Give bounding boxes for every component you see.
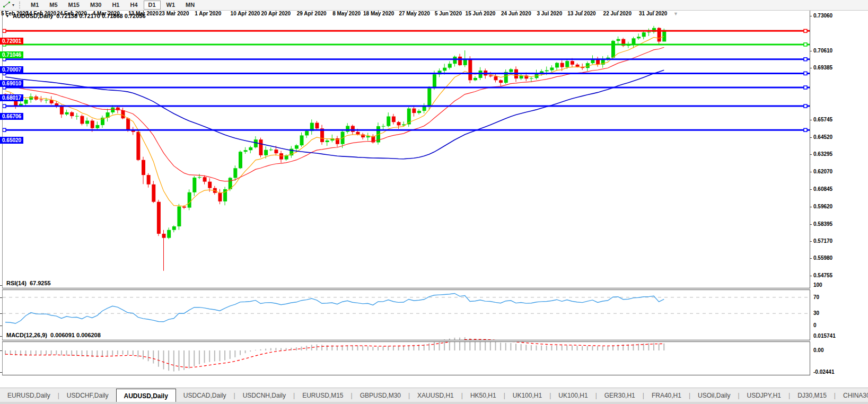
rsi-value: 67.9255 — [30, 280, 51, 286]
price-tick-0.58395: 0.58395 — [813, 221, 832, 227]
date-label-40: 1 Apr 2020 — [195, 11, 221, 16]
timeframe-button-m15[interactable]: M15 — [64, 1, 84, 10]
price-tag-0.69010: 0.69010 — [0, 80, 23, 87]
price-tick-0.64520: 0.64520 — [813, 134, 832, 140]
price-tickmark — [810, 51, 812, 51]
date-tickmark — [654, 11, 654, 12]
macd-value: 0.006091 0.006208 — [50, 332, 101, 338]
price-tag-0.68017: 0.68017 — [0, 94, 23, 101]
chart-shift-marker[interactable]: ▼ — [673, 11, 678, 16]
rsi-macd-separator[interactable] — [2, 340, 810, 342]
macd-tickmark — [0, 350, 2, 351]
price-tickmark — [810, 137, 812, 138]
price-tickmark — [810, 172, 812, 172]
date-label-73: 18 May 2020 — [363, 11, 394, 16]
chart-tab-china300-h4[interactable]: CHINA300,H4 — [836, 388, 868, 402]
date-tickmark — [582, 11, 583, 12]
chart-tab-hk50-h1[interactable]: HK50,H1 — [463, 388, 504, 402]
chart-tab-audusd-daily[interactable]: AUDUSD,Daily — [116, 389, 176, 402]
macd-tick--0.02441: -0.02441 — [813, 369, 834, 375]
date-label-67: 8 May 2020 — [332, 11, 361, 16]
price-tickmark — [810, 258, 812, 259]
price-tick-0.57170: 0.57170 — [813, 238, 832, 244]
price-tick-0.60845: 0.60845 — [813, 186, 832, 192]
price-tag-0.66706: 0.66706 — [0, 113, 23, 120]
macd-tickmark — [0, 372, 2, 373]
chart-tab-usdcnh-daily[interactable]: USDCNH,Daily — [235, 388, 293, 402]
price-tickmark — [810, 16, 812, 16]
chart-tab-usdcad-daily[interactable]: USDCAD,Daily — [176, 388, 234, 402]
date-tickmark — [516, 11, 516, 12]
timeframe-button-w1[interactable]: W1 — [162, 1, 180, 10]
date-tickmark — [378, 11, 379, 12]
date-tickmark — [143, 11, 144, 12]
line-studies-icon — [3, 1, 11, 10]
rsi-tickmark — [0, 313, 2, 314]
date-tickmark — [312, 11, 312, 12]
timeframe-button-h1[interactable]: H1 — [107, 1, 124, 10]
chart-tab-dj30-m15[interactable]: DJ30,M15 — [790, 388, 834, 402]
chart-tab-eurusd-daily[interactable]: EURUSD,Daily — [0, 388, 58, 402]
dropdown-caret-icon: ▾ — [12, 3, 14, 7]
macd-tick-0.00: 0.00 — [813, 347, 823, 353]
chart-tab-usdjpy-h1[interactable]: USDJPY,H1 — [740, 388, 788, 402]
chart-tab-uk100-h1[interactable]: UK100,H1 — [505, 388, 549, 402]
rsi-tickmark — [0, 285, 2, 286]
price-tag-0.65020: 0.65020 — [0, 137, 23, 144]
price-tickmark — [810, 68, 812, 68]
date-tickmark — [174, 11, 174, 12]
price-tick-0.55980: 0.55980 — [813, 255, 832, 261]
macd-name: MACD(12,26,9) — [6, 332, 47, 338]
timeframe-button-d1[interactable]: D1 — [144, 1, 161, 10]
chart-tab-eurusd-m15[interactable]: EURUSD,M15 — [295, 388, 350, 402]
macd-tick-0.015741: 0.015741 — [813, 333, 836, 339]
chart-tab-uk100-h1[interactable]: UK100,H1 — [551, 388, 595, 402]
mt4-terminal: ▾ M1M5M15M30H1H4D1W1MN ▼ AUDUSD,Daily 0.… — [0, 0, 868, 404]
line-studies-button[interactable]: ▾ — [1, 0, 16, 11]
price-tick-0.70610: 0.70610 — [813, 48, 832, 54]
price-tickmark — [810, 241, 812, 242]
moving-average-ema21 — [5, 47, 664, 181]
price-tickmark — [810, 224, 812, 225]
price-tag-0.70007: 0.70007 — [0, 66, 23, 73]
candlesticks — [4, 26, 666, 271]
price-tickmark — [810, 154, 812, 155]
chart-tab-fra40-h1[interactable]: FRA40,H1 — [644, 388, 689, 402]
chart-tab-gbpusd-m30[interactable]: GBPUSD,M30 — [353, 388, 408, 402]
date-tickmark — [480, 11, 481, 12]
timeframe-button-m5[interactable]: M5 — [45, 1, 62, 10]
date-label-80: 27 May 2020 — [399, 11, 429, 16]
date-tickmark — [347, 11, 348, 12]
price-tick-0.54755: 0.54755 — [813, 273, 832, 278]
chart-tab-ger30-h1[interactable]: GER30,H1 — [597, 388, 643, 402]
window-bottom-strip — [0, 402, 868, 404]
chart-tab-xauusd-h1[interactable]: XAUUSD,H1 — [410, 388, 461, 402]
main-rsi-separator[interactable] — [2, 288, 810, 290]
timeframe-button-mn[interactable]: MN — [181, 1, 199, 10]
rsi-indicator-label: RSI(14) 67.9255 — [6, 280, 51, 286]
macd-signal-line — [5, 339, 664, 367]
chart-window: ▼ AUDUSD,Daily 0.72138 0.72170 0.71868 0… — [0, 11, 868, 387]
date-label-20: 4 Mar 2020 — [93, 11, 120, 16]
date-label-107: 3 Jul 2020 — [537, 11, 562, 16]
timeframe-button-h4[interactable]: H4 — [125, 1, 142, 10]
rsi-tick-0: 0 — [813, 322, 817, 328]
chart-tab-usoil-daily[interactable]: USOil,Daily — [690, 388, 738, 402]
price-tickmark — [810, 207, 812, 207]
price-tickmark — [810, 276, 812, 276]
chart-tab-usdchf-daily[interactable]: USDCHF,Daily — [59, 388, 116, 402]
price-axis-line — [810, 11, 810, 375]
date-tickmark — [450, 11, 450, 12]
macd-tickmark — [0, 336, 2, 337]
price-tick-0.63295: 0.63295 — [813, 151, 832, 157]
timeframe-button-m30[interactable]: M30 — [85, 1, 106, 10]
date-label-87: 5 Jun 2020 — [435, 11, 462, 16]
date-tickmark — [209, 11, 210, 12]
price-chart-canvas[interactable] — [0, 11, 868, 387]
price-tag-0.71046: 0.71046 — [0, 51, 23, 58]
timeframe-button-m1[interactable]: M1 — [26, 1, 43, 10]
price-tick-0.73060: 0.73060 — [813, 13, 832, 19]
date-label-127: 31 Jul 2020 — [639, 11, 667, 16]
toolbar-grip[interactable] — [19, 2, 23, 8]
price-tick-0.69385: 0.69385 — [813, 65, 832, 71]
